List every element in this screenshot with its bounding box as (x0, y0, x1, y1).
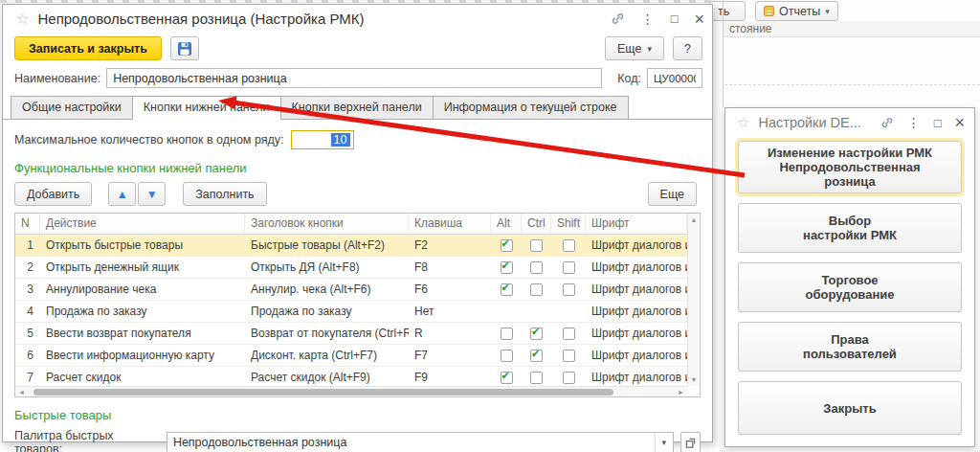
ctrl-checkbox[interactable]: ✔ (530, 350, 543, 362)
panel-titlebar: ☆ Настройки DE... ⋮ □ × (725, 108, 974, 137)
caption-cell: Открыть ДЯ (Alt+F8) (245, 257, 409, 278)
column-header-number[interactable]: N (15, 214, 40, 234)
reports-button[interactable]: Отчеты ▾ (755, 1, 838, 21)
ctrl-cell (522, 367, 551, 388)
name-input[interactable] (106, 68, 602, 88)
more-button[interactable]: Еще ▾ (605, 36, 664, 60)
check-icon: ✔ (501, 237, 510, 250)
check-icon: ✔ (501, 370, 510, 382)
choose-rmk-settings-button[interactable]: Выбор настройки РМК (738, 203, 962, 253)
scroll-down-icon[interactable]: ▼ (691, 376, 698, 383)
vertical-scrollbar[interactable]: ▲ ▼ (687, 214, 700, 386)
alt-checkbox[interactable]: ✔ (501, 372, 513, 384)
tab-2[interactable]: Кнопки нижней панели (132, 96, 281, 120)
alt-checkbox[interactable] (501, 328, 513, 340)
trade-equipment-button[interactable]: Торговое оборудование (738, 262, 962, 312)
table-row[interactable]: 6Ввести информационную картуДисконт. кар… (15, 345, 687, 367)
screen: ть Отчеты ▾ стояние ☆ Непродовольственна… (0, 0, 980, 452)
palette-value: Непродовольственная розница (167, 436, 655, 449)
panel-title: Настройки DE... (758, 115, 860, 130)
background-column-header: стояние (724, 21, 980, 37)
alt-checkbox[interactable] (501, 350, 513, 362)
scroll-right-icon[interactable]: ► (678, 389, 684, 396)
scroll-up-icon[interactable]: ▲ (691, 216, 698, 223)
palette-combobox[interactable]: Непродовольственная розница ▾ (167, 432, 674, 452)
table-row[interactable]: 2Открыть денежный ящикОткрыть ДЯ (Alt+F8… (15, 257, 687, 279)
shift-cell (551, 323, 586, 344)
cropped-button-fragment[interactable]: ть (709, 1, 746, 21)
table-row[interactable]: 4Продажа по заказуПродажа по заказуНетШр… (15, 301, 687, 323)
ctrl-cell (522, 301, 551, 322)
font-cell: Шрифт диалогов и... (586, 279, 687, 300)
rmk-settings-window: ☆ Непродовольственная розница (Настройка… (2, 4, 713, 442)
help-button[interactable]: ? (673, 36, 702, 60)
shift-checkbox[interactable] (563, 328, 575, 340)
table-row[interactable]: 3Аннулирование чекаАннулир. чека (Alt+F6… (15, 279, 687, 301)
alt-checkbox[interactable]: ✔ (501, 239, 513, 252)
combo-dropdown-icon[interactable]: ▾ (655, 433, 673, 452)
action-cell: Продажа по заказу (40, 301, 245, 322)
table-more-button[interactable]: Еще (648, 182, 697, 206)
horizontal-scrollbar[interactable]: ◄ ► (15, 386, 687, 396)
add-button[interactable]: Добавить (14, 182, 92, 206)
column-header-font[interactable]: Шрифт (586, 214, 687, 234)
fill-button[interactable]: Заполнить (183, 182, 266, 206)
font-cell: Шрифт диалогов и... (586, 323, 687, 344)
get-link-icon[interactable] (611, 11, 625, 26)
table-row[interactable]: 1Открыть быстрые товарыБыстрые товары (A… (15, 235, 687, 257)
tab-3[interactable]: Кнопки верхней панели (280, 96, 434, 119)
column-header-shift[interactable]: Shift (551, 214, 586, 234)
column-header-alt[interactable]: Alt (491, 214, 522, 234)
scrollbar-thumb[interactable] (33, 389, 613, 396)
close-panel-button[interactable]: Закрыть (738, 381, 962, 435)
column-header-ctrl[interactable]: Ctrl (522, 214, 551, 234)
shift-checkbox[interactable] (563, 350, 575, 362)
tab-1[interactable]: Общие настройки (11, 96, 133, 119)
font-cell: Шрифт диалогов и... (586, 301, 687, 322)
menu-dots-icon[interactable]: ⋮ (641, 12, 655, 26)
column-header-key[interactable]: Клавиша (409, 214, 491, 234)
ctrl-checkbox[interactable] (530, 261, 543, 274)
close-icon[interactable]: × (954, 114, 965, 131)
open-item-icon (684, 437, 697, 449)
background-dashed-line (724, 84, 980, 85)
favorite-star-icon[interactable]: ☆ (737, 114, 749, 131)
scroll-left-icon[interactable]: ◄ (18, 389, 25, 396)
column-header-action[interactable]: Действие (40, 214, 245, 234)
max-buttons-label: Максимальное количество кнопок в одном р… (14, 133, 284, 147)
column-header-caption[interactable]: Заголовок кнопки (245, 214, 409, 234)
caption-cell: Расчет скидок (Alt+F9) (245, 367, 409, 388)
shift-checkbox[interactable] (563, 372, 575, 384)
open-palette-button[interactable] (680, 432, 701, 452)
ctrl-checkbox[interactable] (530, 283, 543, 296)
code-input[interactable] (647, 68, 702, 88)
ctrl-checkbox[interactable] (530, 239, 543, 252)
save-and-close-button[interactable]: Записать и закрыть (14, 36, 162, 60)
key-cell: R (409, 323, 491, 344)
move-down-button[interactable]: ▼ (138, 182, 166, 206)
menu-dots-icon[interactable]: ⋮ (907, 116, 921, 129)
alt-checkbox[interactable]: ✔ (501, 261, 513, 274)
shift-checkbox[interactable] (563, 283, 575, 296)
maximize-icon[interactable]: □ (934, 117, 942, 129)
user-rights-button[interactable]: Права пользователей (738, 322, 962, 372)
edit-rmk-settings-button[interactable]: Изменение настройки РМК Непродовольствен… (738, 141, 962, 193)
ctrl-checkbox[interactable] (530, 372, 543, 384)
alt-checkbox[interactable]: ✔ (501, 283, 513, 296)
get-link-icon[interactable] (880, 116, 894, 129)
shift-checkbox[interactable] (563, 239, 575, 252)
action-cell: Открыть быстрые товары (40, 235, 245, 256)
row-number: 5 (15, 323, 40, 344)
move-up-button[interactable]: ▲ (108, 182, 136, 206)
key-cell: F8 (409, 257, 491, 278)
save-button[interactable] (170, 36, 199, 60)
max-buttons-input[interactable]: 10 (291, 130, 354, 149)
tab-4[interactable]: Информация о текущей строке (433, 96, 629, 119)
table-row[interactable]: 5Ввести возврат покупателяВозврат от пок… (15, 323, 687, 345)
ctrl-checkbox[interactable]: ✔ (530, 328, 543, 340)
close-icon[interactable]: × (694, 11, 704, 28)
shift-checkbox[interactable] (563, 261, 575, 274)
caption-cell: Возврат от покупателя (Ctrl+R) (245, 323, 409, 344)
favorite-star-icon[interactable]: ☆ (16, 11, 29, 28)
maximize-icon[interactable]: □ (671, 12, 679, 25)
